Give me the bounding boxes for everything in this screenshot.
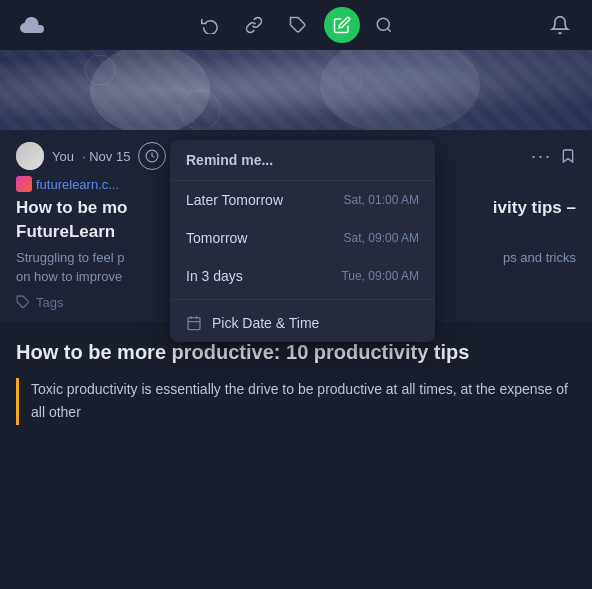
remind-tomorrow-label: Tomorrow [186, 230, 247, 246]
svg-line-2 [387, 28, 390, 31]
hero-image [0, 50, 592, 130]
source-icon [16, 176, 32, 192]
more-options-button[interactable]: ··· [531, 146, 552, 167]
link-button[interactable] [236, 7, 272, 43]
remind-3-days[interactable]: In 3 days Tue, 09:00 AM [170, 257, 435, 295]
article-date: · Nov 15 [82, 149, 130, 164]
avatar [16, 142, 44, 170]
calendar-icon [186, 315, 202, 331]
clock-reminder-button[interactable] [138, 142, 166, 170]
source-url: futurelearn.c... [36, 177, 119, 192]
nav-left [16, 9, 48, 41]
bookmark-button[interactable] [560, 147, 576, 165]
tag-icon [16, 295, 30, 309]
article-subtitle: Struggling to feel p on how to improve [16, 248, 124, 287]
remind-later-tomorrow-label: Later Tomorrow [186, 192, 283, 208]
article-meta-left: You · Nov 15 [16, 142, 190, 170]
bell-button[interactable] [544, 9, 576, 41]
search-button[interactable] [368, 9, 400, 41]
pick-date-time[interactable]: Pick Date & Time [170, 304, 435, 342]
remind-tomorrow[interactable]: Tomorrow Sat, 09:00 AM [170, 219, 435, 257]
remind-later-tomorrow[interactable]: Later Tomorrow Sat, 01:00 AM [170, 181, 435, 219]
article-title-end: ivity tips – [493, 196, 576, 220]
remind-later-tomorrow-time: Sat, 01:00 AM [344, 193, 419, 207]
remind-3-days-label: In 3 days [186, 268, 243, 284]
article-author: You [52, 149, 74, 164]
top-navigation [0, 0, 592, 50]
history-button[interactable] [192, 7, 228, 43]
edit-button[interactable] [324, 7, 360, 43]
article-title-start: How to be mo [16, 196, 127, 220]
pick-date-time-label: Pick Date & Time [212, 315, 319, 331]
svg-rect-15 [188, 318, 200, 330]
tags-label: Tags [36, 295, 63, 310]
dropdown-divider [170, 299, 435, 300]
article-subtitle-right: ps and tricks [503, 248, 576, 268]
remind-tomorrow-time: Sat, 09:00 AM [344, 231, 419, 245]
dropdown-header: Remind me... [170, 140, 435, 181]
tag-button[interactable] [280, 7, 316, 43]
nav-center [192, 7, 400, 43]
svg-point-3 [90, 50, 210, 130]
article-body-text: Toxic productivity is essentially the dr… [31, 378, 576, 426]
remind-3-days-time: Tue, 09:00 AM [341, 269, 419, 283]
article-body: Toxic productivity is essentially the dr… [16, 378, 576, 426]
meta-icons: ··· [531, 146, 576, 167]
svg-point-1 [377, 18, 389, 30]
remind-dropdown: Remind me... Later Tomorrow Sat, 01:00 A… [170, 140, 435, 342]
cloud-icon [16, 9, 48, 41]
nav-right [544, 9, 576, 41]
